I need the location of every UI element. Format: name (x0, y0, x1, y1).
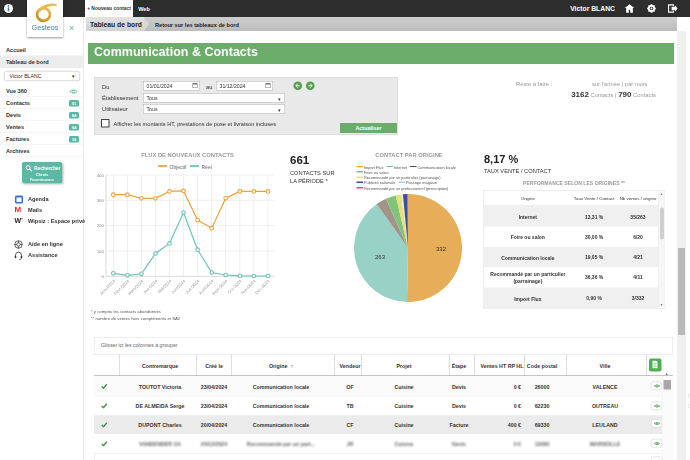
svg-text:Sept./2024: Sept./2024 (211, 278, 229, 296)
svg-text:332: 332 (436, 246, 447, 252)
svg-text:200: 200 (97, 223, 105, 228)
svg-text:Mars/2024: Mars/2024 (127, 278, 145, 296)
svg-text:0: 0 (102, 274, 105, 279)
svg-text:Réel: Réel (202, 164, 212, 170)
svg-text:300: 300 (97, 198, 105, 203)
svg-text:Déc./2024: Déc./2024 (254, 278, 271, 295)
svg-text:100: 100 (97, 249, 105, 254)
svg-text:263: 263 (375, 254, 386, 260)
svg-text:400: 400 (97, 173, 105, 178)
svg-text:Objectif: Objectif (170, 164, 188, 170)
svg-text:Avr./2024: Avr./2024 (142, 278, 158, 294)
